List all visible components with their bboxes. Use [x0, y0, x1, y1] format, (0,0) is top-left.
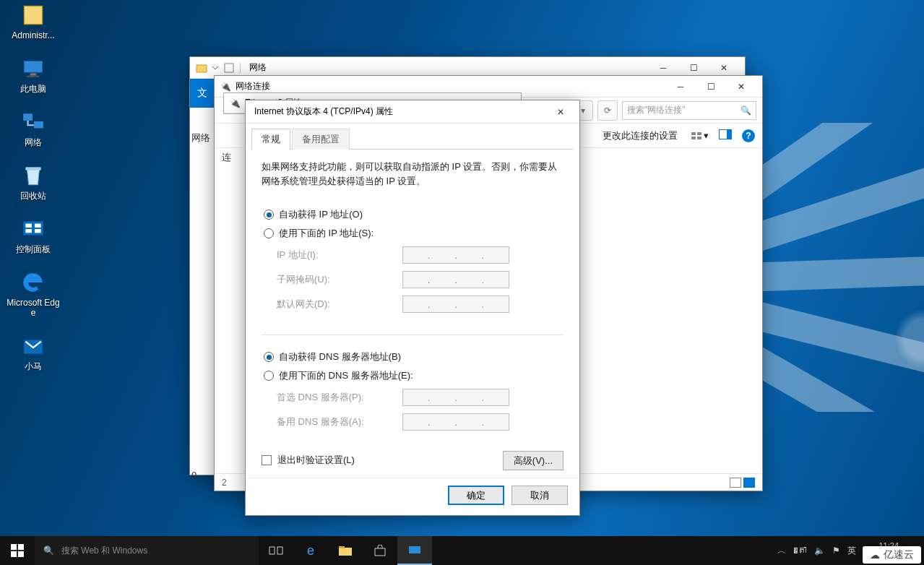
tray-flag-icon[interactable]: ⚑: [832, 545, 840, 556]
close-button[interactable]: ✕: [726, 77, 756, 97]
svg-rect-20: [727, 129, 732, 139]
tab-general[interactable]: 常规: [251, 129, 290, 150]
radio-dns-manual[interactable]: 使用下面的 DNS 服务器地址(E):: [264, 366, 561, 385]
svg-rect-9: [35, 224, 41, 228]
svg-rect-2: [30, 73, 37, 75]
taskbar-search[interactable]: 🔍 搜索 Web 和 Windows: [35, 536, 259, 565]
desktop-icon-label: 此电脑: [6, 84, 61, 94]
radio-icon[interactable]: [264, 371, 274, 381]
task-network-connections[interactable]: [397, 536, 432, 565]
maximize-button[interactable]: ☐: [696, 77, 726, 97]
start-button[interactable]: [0, 536, 35, 565]
desktop-icon-recycle-bin[interactable]: 回收站: [6, 163, 61, 201]
search-input[interactable]: 搜索"网络连接" 🔍: [622, 101, 756, 120]
network-icon: [19, 110, 48, 134]
dialog-footer: 确定 取消: [246, 478, 579, 515]
svg-rect-30: [409, 546, 420, 553]
svg-rect-24: [18, 551, 24, 557]
desktop-icons: Administr... 此电脑 网络 回收站 控制面板 Microsoft E…: [6, 3, 64, 371]
svg-rect-4: [23, 113, 33, 121]
tray-volume-icon[interactable]: 🔈: [814, 545, 825, 556]
cloud-icon: ☁: [870, 549, 880, 561]
taskview-button[interactable]: [259, 536, 293, 565]
radio-icon[interactable]: [264, 352, 274, 362]
radio-ip-auto[interactable]: 自动获得 IP 地址(O): [264, 205, 561, 224]
row-subnet-mask: 子网掩码(U): ...: [264, 267, 561, 292]
window-title: 网络连接: [236, 80, 665, 92]
dialog-title: Internet 协议版本 4 (TCP/IPv4) 属性: [251, 105, 548, 118]
item-count: 2: [222, 478, 227, 488]
close-button[interactable]: ✕: [548, 102, 574, 122]
svg-rect-10: [25, 229, 32, 233]
advanced-button[interactable]: 高级(V)...: [503, 451, 564, 470]
dialog-ipv4-properties[interactable]: Internet 协议版本 4 (TCP/IPv4) 属性 ✕ 常规 备用配置 …: [245, 100, 580, 516]
desktop-icon-control-panel[interactable]: 控制面板: [6, 217, 61, 254]
window-title: 网络: [249, 61, 649, 74]
field-label: 备用 DNS 服务器(A):: [277, 415, 402, 428]
desktop-icon-label: 小马: [6, 361, 61, 371]
watermark: ☁ 亿速云: [863, 546, 921, 564]
user-icon: [19, 3, 48, 27]
desktop-icon-edge[interactable]: Microsoft Edge: [6, 270, 61, 318]
dns-alternate-input: ...: [402, 413, 509, 431]
titlebar[interactable]: Internet 协议版本 4 (TCP/IPv4) 属性 ✕: [246, 100, 579, 124]
radio-icon[interactable]: [264, 228, 274, 238]
cancel-button[interactable]: 取消: [511, 486, 568, 505]
refresh-button[interactable]: ⟳: [597, 100, 618, 121]
svg-rect-11: [35, 229, 41, 233]
checkbox-icon[interactable]: [262, 455, 272, 465]
view-dropdown-icon[interactable]: ▾: [691, 130, 709, 141]
radio-ip-manual[interactable]: 使用下面的 IP 地址(S):: [264, 224, 561, 243]
row-ip-address: IP 地址(I): ...: [264, 243, 561, 267]
desktop-icon-label: 网络: [6, 137, 61, 147]
tray-chevron-icon[interactable]: ︿: [777, 545, 786, 557]
xiaoma-icon: [19, 334, 48, 358]
description-text: 如果网络支持此功能，则可以获取自动指派的 IP 设置。否则，你需要从网络系统管理…: [262, 160, 564, 189]
preview-pane-icon[interactable]: [719, 129, 732, 142]
radio-icon[interactable]: [264, 210, 274, 220]
row-default-gateway: 默认网关(D): ...: [264, 292, 561, 316]
task-store[interactable]: [363, 536, 397, 565]
svg-rect-8: [25, 224, 32, 228]
ip-address-input: ...: [402, 246, 509, 264]
svg-rect-16: [691, 137, 696, 139]
desktop-icon-this-pc[interactable]: 此电脑: [6, 56, 61, 94]
desktop-icon-xiaoma[interactable]: 小马: [6, 334, 61, 371]
radio-label: 自动获得 IP 地址(O): [279, 208, 363, 221]
desktop-icon-administrator[interactable]: Administr...: [6, 3, 61, 40]
file-tab[interactable]: 文: [190, 79, 215, 108]
folder-icon: [196, 62, 207, 74]
task-buttons: e: [259, 536, 432, 565]
watermark-text: 亿速云: [884, 548, 914, 561]
svg-rect-28: [339, 546, 345, 548]
tab-alternate[interactable]: 备用配置: [292, 129, 350, 150]
desktop-icon-label: Microsoft Edge: [6, 298, 61, 318]
help-icon[interactable]: ?: [742, 129, 755, 142]
peek-text: 0: [191, 470, 197, 480]
taskbar[interactable]: 🔍 搜索 Web 和 Windows e ︿ �តា 🔈 ⚑ 英 11:24 2…: [0, 536, 924, 565]
svg-rect-15: [691, 132, 696, 135]
cmd-change-settings[interactable]: 更改此连接的设置: [603, 129, 678, 142]
row-dns-alternate: 备用 DNS 服务器(A): ...: [264, 410, 561, 434]
field-label: 默认网关(D):: [277, 298, 402, 311]
task-edge[interactable]: e: [293, 536, 328, 565]
tray-network-icon[interactable]: �តា: [793, 545, 807, 556]
task-explorer[interactable]: [328, 536, 363, 565]
svg-rect-14: [225, 64, 233, 72]
tray-ime[interactable]: 英: [847, 545, 856, 557]
dialog-body: 如果网络支持此功能，则可以获取自动指派的 IP 设置。否则，你需要从网络系统管理…: [246, 150, 579, 478]
radio-dns-auto[interactable]: 自动获得 DNS 服务器地址(B): [264, 348, 561, 366]
svg-rect-17: [697, 132, 701, 135]
desktop-icon-network[interactable]: 网络: [6, 110, 61, 147]
minimize-button[interactable]: ─: [665, 77, 696, 97]
svg-rect-6: [25, 167, 40, 170]
desktop-icon-label: 回收站: [6, 191, 61, 201]
field-label: 首选 DNS 服务器(P):: [277, 391, 402, 404]
ok-button[interactable]: 确定: [448, 486, 504, 505]
down-caret-icon[interactable]: [210, 63, 220, 73]
svg-rect-5: [34, 121, 43, 129]
gateway-input: ...: [402, 296, 509, 313]
windows-logo-icon: [11, 544, 24, 557]
control-panel-icon: [19, 217, 48, 241]
view-mode-icons[interactable]: [730, 478, 755, 488]
